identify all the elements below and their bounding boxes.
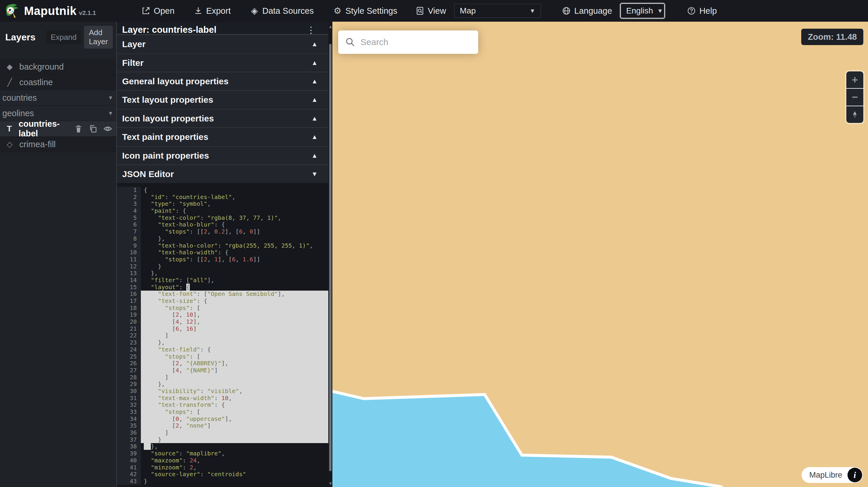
section-json-editor[interactable]: JSON Editor ▼	[117, 164, 328, 183]
zoom-out-button[interactable]: −	[846, 88, 863, 105]
code-line[interactable]: 33 "stops": [	[117, 409, 328, 416]
kebab-menu-icon[interactable]: ⋮	[307, 28, 315, 33]
code-line[interactable]: 11 "stops": [[2, 1], [6, 1.6]]	[117, 256, 328, 263]
scroll-down-icon[interactable]: ▼	[328, 481, 332, 486]
delete-icon[interactable]	[74, 124, 83, 133]
code-line[interactable]: 13 },	[117, 270, 328, 277]
compass-reset-button[interactable]: ▲ ▼	[846, 106, 863, 123]
export-menu-button[interactable]: Export	[194, 6, 231, 16]
code-line[interactable]: 26 [2, "{ABBREV}"],	[117, 360, 328, 367]
code-line[interactable]: 28 ]	[117, 374, 328, 381]
section-label: JSON Editor	[122, 169, 174, 179]
style-settings-menu-button[interactable]: ⚙ Style Settings	[333, 6, 397, 16]
code-line[interactable]: 40 "maxzoom": 24,	[117, 457, 328, 464]
zoom-in-button[interactable]: +	[846, 71, 863, 88]
code-line[interactable]: 14 "filter": ["all"],	[117, 277, 328, 284]
duplicate-icon[interactable]	[89, 124, 97, 133]
code-line[interactable]: 5 "text-color": "rgba(8, 37, 77, 1)",	[117, 215, 328, 222]
code-line[interactable]: 25 "stops": [	[117, 353, 328, 360]
code-line[interactable]: 17 "text-size": {	[117, 298, 328, 305]
line-number: 3	[117, 200, 141, 207]
layer-list: ◆ background ╱ coastline countries ▾ geo…	[0, 59, 116, 152]
code-line[interactable]: 29 },	[117, 381, 328, 388]
section-icon-layout[interactable]: Icon layout properties ▲	[117, 109, 328, 127]
code-line[interactable]: 4 "paint": {	[117, 207, 328, 215]
add-layer-button[interactable]: Add Layer	[84, 26, 113, 48]
code-line[interactable]: 7 "stops": [[2, 0.2], [6, 0]]	[117, 228, 328, 235]
code-line[interactable]: 6 "text-halo-blur": {	[117, 221, 328, 228]
layer-item-crimea-fill[interactable]: ◇ crimea-fill	[0, 137, 116, 152]
code-line[interactable]: 30 "visibility": "visible",	[117, 388, 328, 395]
layer-item-countries-label[interactable]: T countries-label	[0, 121, 116, 137]
code-line[interactable]: 32 "text-transform": {	[117, 401, 328, 409]
layer-item-coastline[interactable]: ╱ coastline	[0, 75, 116, 90]
map-canvas[interactable]: Zoom: 11.48 + − ▲ ▼ MapLibre i	[332, 22, 868, 487]
code-line[interactable]: 22 ]	[117, 332, 328, 339]
code-line[interactable]: 43}	[117, 478, 328, 485]
section-icon-paint[interactable]: Icon paint properties ▲	[117, 146, 328, 164]
line-number: 42	[117, 471, 141, 478]
data-sources-menu-button[interactable]: ◈ Data Sources	[250, 6, 314, 16]
language-select-value: English	[626, 6, 653, 15]
code-text: }	[141, 263, 328, 270]
layer-group-countries[interactable]: countries ▾	[0, 90, 116, 106]
code-line[interactable]: 42 "source-layer": "centroids"	[117, 471, 328, 478]
export-icon	[194, 6, 203, 15]
section-general-layout[interactable]: General layout properties ▲	[117, 72, 328, 90]
code-line[interactable]: 27 [4, "{NAME}"]	[117, 367, 328, 374]
layer-item-background[interactable]: ◆ background	[0, 59, 116, 75]
globe-icon	[562, 6, 571, 15]
section-filter[interactable]: Filter ▲	[117, 53, 328, 72]
search-input[interactable]	[361, 37, 469, 47]
section-layer[interactable]: Layer ▲	[117, 35, 328, 53]
code-line[interactable]: 24 "text-field": {	[117, 346, 328, 353]
code-line[interactable]: 38 },	[117, 443, 328, 450]
line-number: 24	[117, 346, 141, 353]
data-sources-menu-label: Data Sources	[262, 6, 314, 16]
line-number: 16	[117, 291, 141, 298]
code-text: }	[141, 436, 328, 444]
help-menu-button[interactable]: Help	[687, 6, 717, 16]
expand-button[interactable]: Expand	[46, 30, 81, 44]
code-line[interactable]: 21 [6, 16]	[117, 325, 328, 332]
code-line[interactable]: 1{	[117, 187, 328, 194]
code-line[interactable]: 37 }	[117, 436, 328, 444]
code-line[interactable]: 39 "source": "maplibre",	[117, 450, 328, 457]
code-line[interactable]: 41 "minzoom": 2,	[117, 464, 328, 471]
info-icon[interactable]: i	[847, 468, 862, 482]
chevron-down-icon: ▼	[529, 8, 535, 14]
open-icon	[142, 6, 150, 15]
code-line[interactable]: 10 "text-halo-width": {	[117, 249, 328, 256]
code-line[interactable]: 15 "layout": {	[117, 284, 328, 291]
scroll-up-icon[interactable]: ▲	[328, 24, 332, 29]
view-select[interactable]: Map ▼	[454, 4, 541, 18]
code-line[interactable]: 2 "id": "countries-label",	[117, 194, 328, 201]
code-line[interactable]: 18 "stops": [	[117, 305, 328, 312]
code-line[interactable]: 20 [4, 12],	[117, 318, 328, 325]
code-line[interactable]: 8 },	[117, 235, 328, 242]
app-version: v2.1.1	[79, 9, 96, 17]
language-select[interactable]: English ▼	[620, 3, 665, 19]
open-menu-button[interactable]: Open	[142, 6, 175, 16]
code-line[interactable]: 23 },	[117, 339, 328, 346]
code-line[interactable]: 19 [2, 10],	[117, 312, 328, 318]
code-line[interactable]: 12 }	[117, 263, 328, 270]
code-line[interactable]: 16 "text-font": ["Open Sans Semibold"],	[117, 291, 328, 298]
visibility-eye-icon[interactable]	[103, 124, 112, 133]
code-line[interactable]: 3 "type": "symbol",	[117, 200, 328, 207]
scrollbar-thumb[interactable]	[329, 44, 332, 471]
code-line[interactable]: 34 [0, "uppercase"],	[117, 416, 328, 423]
code-line[interactable]: 9 "text-halo-color": "rgba(255, 255, 255…	[117, 242, 328, 249]
attribution-link[interactable]: MapLibre	[809, 470, 842, 480]
code-line[interactable]: 36 ]	[117, 429, 328, 436]
layer-label: coastline	[19, 77, 53, 87]
section-text-paint[interactable]: Text paint properties ▲	[117, 127, 328, 146]
json-code-editor[interactable]: 1{2 "id": "countries-label",3 "type": "s…	[117, 183, 328, 487]
panel-scrollbar[interactable]: ▲ ▼	[328, 22, 332, 487]
section-text-layout[interactable]: Text layout properties ▲	[117, 90, 328, 108]
layer-group-label: geolines	[2, 108, 34, 118]
code-line[interactable]: 31 "text-max-width": 10,	[117, 395, 328, 402]
code-line[interactable]: 35 [2, "none"]	[117, 422, 328, 429]
code-text: "text-transform": {	[141, 401, 328, 409]
line-icon: ╱	[5, 78, 14, 87]
